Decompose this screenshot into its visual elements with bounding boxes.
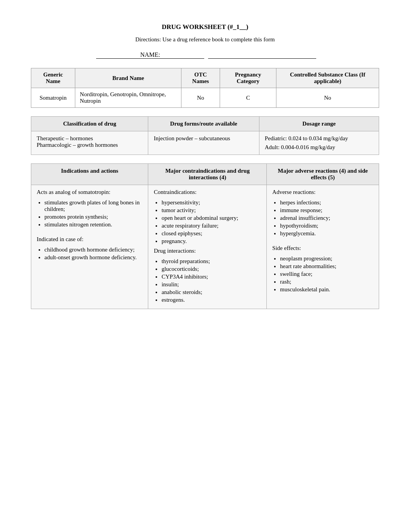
table-row: Somatropin Norditropin, Genotropin, Omni… bbox=[31, 88, 379, 108]
list-item: heart rate abnormalities; bbox=[280, 263, 373, 270]
actions-table: Indications and actions Major contraindi… bbox=[31, 163, 379, 309]
list-item: hypothyroidism; bbox=[280, 223, 373, 229]
cell-otc: No bbox=[181, 88, 220, 108]
list-item: estrogens. bbox=[161, 297, 261, 303]
side-effect-bullets: neoplasm progression; heart rate abnorma… bbox=[280, 255, 373, 293]
list-item: pregnancy. bbox=[161, 238, 261, 245]
name-label: NAME: bbox=[96, 51, 204, 59]
list-item: promotes protein synthesis; bbox=[44, 214, 142, 220]
name-blank bbox=[208, 51, 316, 59]
classification-table: Classification of drug Drug forms/route … bbox=[31, 116, 379, 155]
list-item: adult-onset growth hormone deficiency. bbox=[44, 254, 142, 261]
list-item: thyroid preparations; bbox=[161, 258, 261, 265]
adverse-bullets: herpes infections; immune response; adre… bbox=[280, 199, 373, 237]
list-item: hyperglycemia. bbox=[280, 230, 373, 237]
contra-bullets: hypersensitivity; tumor activity; open h… bbox=[161, 199, 261, 245]
list-item: acute respiratory failure; bbox=[161, 223, 261, 229]
col-pregnancy: Pregnancy Category bbox=[220, 68, 276, 88]
actions-col2-header: Major contraindications and drug interac… bbox=[148, 164, 267, 185]
class-col2-header: Drug forms/route available bbox=[148, 117, 259, 131]
cell-generic: Somatropin bbox=[31, 88, 75, 108]
col-controlled: Controlled Substance Class (If applicabl… bbox=[276, 68, 379, 88]
list-item: immune response; bbox=[280, 207, 373, 214]
col1-bullets2: childhood growth hormone deficiency; adu… bbox=[44, 246, 142, 261]
col-brand-name: Brand Name bbox=[75, 68, 181, 88]
class-col3-header: Dosage range bbox=[259, 117, 379, 131]
list-item: musculoskeletal pain. bbox=[280, 286, 373, 293]
list-item: hypersensitivity; bbox=[161, 199, 261, 206]
list-item: glucocorticoids; bbox=[161, 266, 261, 272]
list-item: childhood growth hormone deficiency; bbox=[44, 246, 142, 253]
directions: Directions: Use a drug reference book to… bbox=[31, 36, 379, 43]
list-item: rash; bbox=[280, 279, 373, 285]
list-item: closed epiphyses; bbox=[161, 230, 261, 237]
cell-controlled: No bbox=[276, 88, 379, 108]
drug-bullets: thyroid preparations; glucocorticoids; C… bbox=[161, 258, 261, 303]
actions-col1-header: Indications and actions bbox=[31, 164, 148, 185]
col-generic-name: Generic Name bbox=[31, 68, 75, 88]
actions-col1-content: Acts as analog of somatotropin: stimulat… bbox=[31, 185, 148, 309]
class-col2-content: Injection powder – subcutaneous bbox=[148, 131, 259, 155]
cell-brand: Norditropin, Genotropin, Omnitrope, Nutr… bbox=[75, 88, 181, 108]
list-item: stimulates nitrogen retention. bbox=[44, 221, 142, 228]
actions-col3-header: Major adverse reactions (4) and side eff… bbox=[267, 164, 379, 185]
col-otc-names: OTC Names bbox=[181, 68, 220, 88]
list-item: herpes infections; bbox=[280, 199, 373, 206]
drug-info-table: Generic Name Brand Name OTC Names Pregna… bbox=[31, 68, 379, 108]
list-item: open heart or abdominal surgery; bbox=[161, 215, 261, 221]
table-row: Acts as analog of somatotropin: stimulat… bbox=[31, 185, 379, 309]
list-item: tumor activity; bbox=[161, 207, 261, 214]
name-line: NAME: bbox=[31, 51, 379, 59]
cell-pregnancy: C bbox=[220, 88, 276, 108]
list-item: neoplasm progression; bbox=[280, 255, 373, 262]
class-col1-content: Therapeutic – hormones Pharmacologic – g… bbox=[31, 131, 148, 155]
class-col1-header: Classification of drug bbox=[31, 117, 148, 131]
list-item: CYP3A4 inhibitors; bbox=[161, 274, 261, 280]
list-item: swelling face; bbox=[280, 271, 373, 277]
list-item: adrenal insufficiency; bbox=[280, 215, 373, 221]
table-row: Therapeutic – hormones Pharmacologic – g… bbox=[31, 131, 379, 155]
list-item: anabolic steroids; bbox=[161, 289, 261, 296]
actions-col2-content: Contraindications: hypersensitivity; tum… bbox=[148, 185, 267, 309]
page-title: DRUG WORKSHEET (#_1__) bbox=[31, 23, 379, 31]
class-col3-content: Pediatric: 0.024 to 0.034 mg/kg/day Adul… bbox=[259, 131, 379, 155]
list-item: insulin; bbox=[161, 281, 261, 288]
col1-bullets1: stimulates growth plates of long bones i… bbox=[44, 199, 142, 228]
list-item: stimulates growth plates of long bones i… bbox=[44, 199, 142, 212]
actions-col3-content: Adverse reactions: herpes infections; im… bbox=[267, 185, 379, 309]
